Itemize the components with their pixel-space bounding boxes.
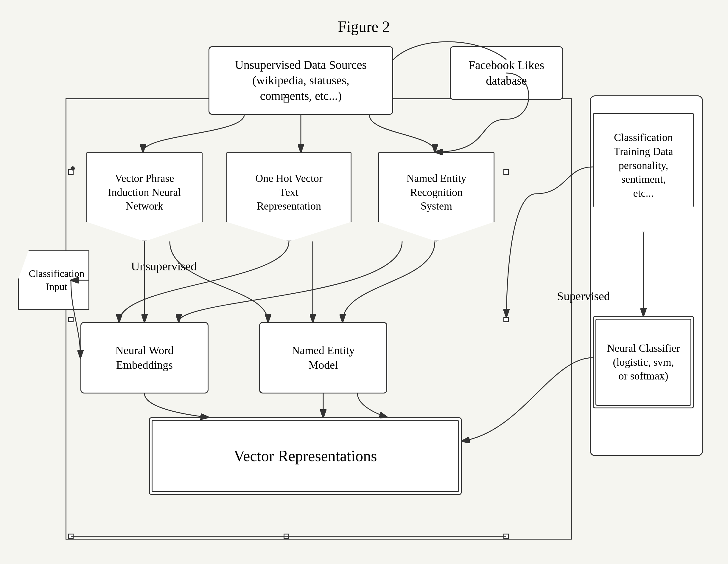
unsupervised-data-box: Unsupervised Data Sources (wikipedia, st… [209,46,393,115]
classification-training-label: Classification Training Data personality… [614,130,673,200]
figure-title: Figure 2 [0,18,728,35]
connector-sq-4 [68,317,74,322]
connector-sq-6 [68,534,74,539]
named-entity-recognition-label: Named Entity Recognition System [407,171,466,213]
neural-word-label: Neural Word Embeddings [115,343,174,373]
facebook-likes-box: Facebook Likes database [450,46,563,100]
supervised-label: Supervised [557,289,610,303]
classification-input-box: Classification Input [18,250,89,310]
classification-input-label: Classification Input [29,267,85,293]
vector-representations-box: Vector Representations [149,417,462,495]
vector-phrase-label: Vector Phrase Induction Neural Network [108,171,181,213]
unsupervised-data-label: Unsupervised Data Sources (wikipedia, st… [235,57,367,104]
neural-classifier-box: Neural Classifier (logistic, svm, or sof… [593,316,694,408]
vector-representations-label: Vector Representations [234,446,377,466]
neural-word-box: Neural Word Embeddings [80,322,209,394]
named-entity-model-label: Named Entity Model [292,343,355,373]
named-entity-model-box: Named Entity Model [259,322,387,394]
connector-sq-7 [284,534,289,539]
facebook-likes-label: Facebook Likes database [469,57,544,88]
one-hot-label: One Hot Vector Text Representation [255,171,322,213]
connector-sq-5 [503,317,509,322]
connector-dot-1 [71,166,75,170]
connector-sq-3 [503,169,509,175]
neural-classifier-label: Neural Classifier (logistic, svm, or sof… [607,341,680,383]
connector-sq-8 [503,534,509,539]
connector-sq-2 [284,97,289,102]
unsupervised-label: Unsupervised [131,259,197,273]
